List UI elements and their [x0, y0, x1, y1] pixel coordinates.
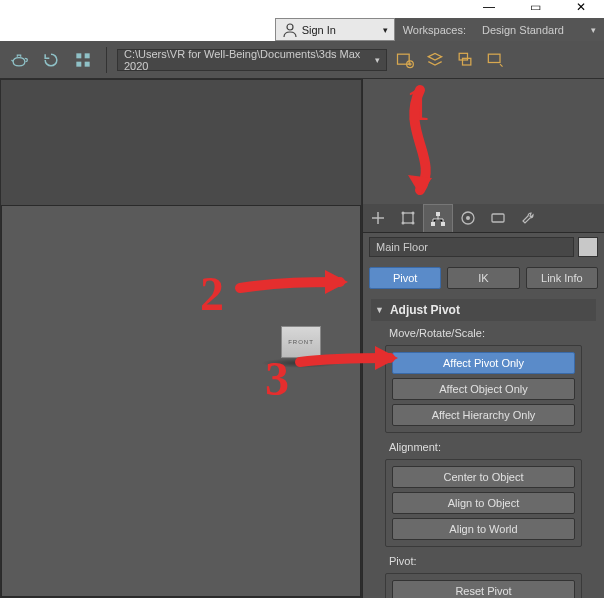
viewport[interactable]: FRONT	[0, 79, 362, 598]
affect-hierarchy-only-button[interactable]: Affect Hierarchy Only	[392, 404, 575, 426]
hierarchy-tab-icon[interactable]	[423, 204, 453, 232]
triangle-down-icon: ▼	[375, 305, 384, 315]
layers-dropdown-icon[interactable]	[483, 48, 507, 72]
window-minimize-button[interactable]: —	[466, 0, 512, 18]
alignment-label: Alignment:	[371, 435, 596, 457]
teapot-icon[interactable]	[6, 47, 32, 73]
command-panel-tabs	[363, 204, 604, 233]
viewcube-face-label: FRONT	[288, 339, 314, 345]
rollout-header[interactable]: ▼ Adjust Pivot	[371, 299, 596, 321]
modify-tab-icon[interactable]	[393, 204, 423, 232]
layer-explorer-icon[interactable]	[423, 48, 447, 72]
sign-in-label: Sign In	[302, 24, 336, 36]
display-tab-icon[interactable]	[483, 204, 513, 232]
hierarchy-mode-row: Pivot IK Link Info	[363, 261, 604, 295]
svg-point-14	[412, 222, 415, 225]
affect-pivot-only-button[interactable]: Affect Pivot Only	[392, 352, 575, 374]
svg-rect-1	[76, 53, 81, 58]
svg-rect-3	[76, 61, 81, 66]
pivot-section-label: Pivot:	[371, 549, 596, 571]
create-tab-icon[interactable]	[363, 204, 393, 232]
svg-rect-15	[436, 212, 440, 216]
main-toolbar: C:\Users\VR for Well-Being\Documents\3ds…	[0, 41, 604, 79]
window-close-button[interactable]: ✕	[558, 0, 604, 18]
viewport-inner	[1, 205, 361, 597]
svg-rect-4	[85, 61, 90, 66]
project-path-dropdown[interactable]: C:\Users\VR for Well-Being\Documents\3ds…	[117, 49, 387, 71]
rollout-title: Adjust Pivot	[390, 303, 460, 317]
alignment-group: Center to Object Align to Object Align t…	[385, 459, 582, 547]
svg-rect-2	[85, 53, 90, 58]
command-panel: Main Floor Pivot IK Link Info ▼ Adjust P…	[362, 79, 604, 598]
svg-rect-8	[463, 58, 471, 65]
object-color-swatch[interactable]	[578, 237, 598, 257]
motion-tab-icon[interactable]	[453, 204, 483, 232]
affect-object-only-button[interactable]: Affect Object Only	[392, 378, 575, 400]
user-icon	[282, 22, 298, 38]
chevron-down-icon: ▾	[375, 55, 380, 65]
svg-rect-20	[492, 214, 504, 222]
pivot-tab[interactable]: Pivot	[369, 267, 441, 289]
chevron-down-icon: ▾	[591, 25, 596, 35]
svg-point-12	[412, 212, 415, 215]
svg-point-11	[402, 212, 405, 215]
window-maximize-button[interactable]: ▭	[512, 0, 558, 18]
menubar: Sign In ▾ Workspaces: Design Standard ▾	[0, 18, 604, 41]
ik-tab[interactable]: IK	[447, 267, 519, 289]
pivot-group: Reset Pivot	[385, 573, 582, 598]
object-name-field[interactable]: Main Floor	[369, 237, 574, 257]
workspaces-heading: Workspaces:	[395, 18, 474, 41]
object-name-text: Main Floor	[376, 241, 428, 253]
svg-rect-7	[459, 53, 467, 60]
workspaces-dropdown[interactable]: Design Standard ▾	[474, 18, 604, 41]
viewcube[interactable]: FRONT	[281, 326, 321, 358]
chevron-down-icon: ▾	[383, 25, 388, 35]
svg-rect-17	[441, 222, 445, 226]
scene-explorer-icon[interactable]	[393, 48, 417, 72]
window-titlebar: — ▭ ✕	[0, 0, 604, 18]
viewcube-shadow	[261, 358, 341, 368]
toggle-layer-icon[interactable]	[453, 48, 477, 72]
grid-icon[interactable]	[70, 47, 96, 73]
project-path-text: C:\Users\VR for Well-Being\Documents\3ds…	[124, 48, 375, 72]
toolbar-divider	[106, 47, 107, 73]
move-rotate-scale-label: Move/Rotate/Scale:	[371, 321, 596, 343]
svg-rect-10	[403, 213, 413, 223]
workspaces-selected: Design Standard	[482, 24, 564, 36]
svg-point-13	[402, 222, 405, 225]
reset-pivot-button[interactable]: Reset Pivot	[392, 580, 575, 598]
center-to-object-button[interactable]: Center to Object	[392, 466, 575, 488]
svg-point-0	[287, 24, 293, 30]
content-area: FRONT Main Floor	[0, 79, 604, 598]
undo-icon[interactable]	[38, 47, 64, 73]
move-rotate-scale-group: Affect Pivot Only Affect Object Only Aff…	[385, 345, 582, 433]
utilities-tab-icon[interactable]	[513, 204, 543, 232]
adjust-pivot-rollout: ▼ Adjust Pivot Move/Rotate/Scale: Affect…	[363, 295, 604, 598]
svg-rect-16	[431, 222, 435, 226]
svg-rect-9	[488, 54, 500, 62]
sign-in-dropdown[interactable]: Sign In ▾	[275, 18, 395, 41]
align-to-world-button[interactable]: Align to World	[392, 518, 575, 540]
svg-point-19	[466, 216, 470, 220]
link-info-tab[interactable]: Link Info	[526, 267, 598, 289]
align-to-object-button[interactable]: Align to Object	[392, 492, 575, 514]
object-name-row: Main Floor	[363, 233, 604, 261]
